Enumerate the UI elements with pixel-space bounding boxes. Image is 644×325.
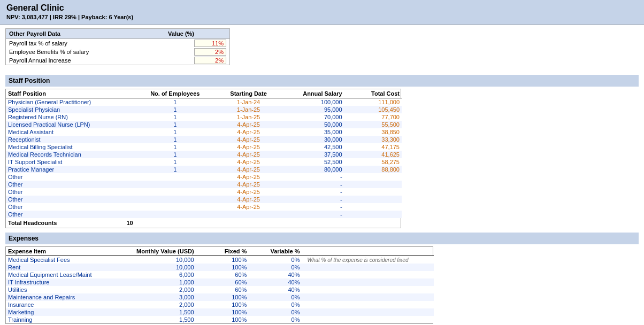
- staff-salary-cell[interactable]: 52,500: [280, 158, 344, 166]
- staff-employees-cell[interactable]: [134, 188, 217, 196]
- staff-salary-cell[interactable]: -: [280, 211, 344, 218]
- expense-variable-cell[interactable]: 0%: [249, 293, 302, 301]
- staff-salary-cell[interactable]: -: [280, 181, 344, 188]
- staff-employees-cell[interactable]: 1: [134, 136, 217, 143]
- expense-monthly-cell[interactable]: 2,000: [112, 286, 196, 293]
- staff-employees-cell[interactable]: 1: [134, 143, 217, 151]
- staff-total-cell[interactable]: 47,175: [344, 143, 402, 151]
- expense-item-cell[interactable]: Utilities: [6, 286, 112, 293]
- expense-variable-cell[interactable]: 0%: [249, 256, 302, 264]
- expense-fixed-cell[interactable]: 100%: [196, 264, 249, 271]
- staff-position-cell[interactable]: Medical Records Technician: [6, 151, 134, 158]
- staff-start-cell[interactable]: 1-Jan-25: [217, 113, 280, 121]
- staff-start-cell[interactable]: 4-Apr-25: [217, 128, 280, 136]
- expense-monthly-cell[interactable]: 3,000: [112, 293, 196, 301]
- staff-total-cell[interactable]: 38,850: [344, 128, 402, 136]
- staff-salary-cell[interactable]: 50,000: [280, 121, 344, 128]
- staff-employees-cell[interactable]: [134, 173, 217, 181]
- staff-employees-cell[interactable]: 1: [134, 151, 217, 158]
- payroll-value-3[interactable]: 2%: [194, 57, 226, 64]
- expense-variable-cell[interactable]: 0%: [249, 301, 302, 308]
- expense-variable-cell[interactable]: 40%: [249, 286, 302, 293]
- staff-salary-cell[interactable]: 37,500: [280, 151, 344, 158]
- expense-item-cell[interactable]: IT Infrastructure: [6, 278, 112, 286]
- staff-total-cell[interactable]: [344, 203, 402, 211]
- expense-item-cell[interactable]: Rent: [6, 264, 112, 271]
- expense-fixed-cell[interactable]: 60%: [196, 271, 249, 278]
- expense-item-cell[interactable]: Marketing: [6, 308, 112, 316]
- staff-total-cell[interactable]: 33,300: [344, 136, 402, 143]
- staff-salary-cell[interactable]: 42,500: [280, 143, 344, 151]
- staff-position-cell[interactable]: Other: [6, 211, 134, 218]
- staff-salary-cell[interactable]: -: [280, 196, 344, 203]
- staff-salary-cell[interactable]: 80,000: [280, 166, 344, 173]
- staff-employees-cell[interactable]: [134, 203, 217, 211]
- staff-total-cell[interactable]: 88,800: [344, 166, 402, 173]
- staff-start-cell[interactable]: 4-Apr-25: [217, 143, 280, 151]
- expense-variable-cell[interactable]: 40%: [249, 278, 302, 286]
- staff-employees-cell[interactable]: [134, 181, 217, 188]
- expense-monthly-cell[interactable]: 1,500: [112, 316, 196, 323]
- staff-start-cell[interactable]: 4-Apr-25: [217, 136, 280, 143]
- expense-fixed-cell[interactable]: 100%: [196, 316, 249, 323]
- staff-start-cell[interactable]: 4-Apr-25: [217, 203, 280, 211]
- staff-total-cell[interactable]: [344, 211, 402, 218]
- staff-total-cell[interactable]: 55,500: [344, 121, 402, 128]
- staff-start-cell[interactable]: 4-Apr-25: [217, 121, 280, 128]
- staff-position-cell[interactable]: Licensed Practical Nurse (LPN): [6, 121, 134, 128]
- staff-salary-cell[interactable]: 35,000: [280, 128, 344, 136]
- staff-total-cell[interactable]: [344, 173, 402, 181]
- expense-monthly-cell[interactable]: 10,000: [112, 264, 196, 271]
- staff-position-cell[interactable]: Physician (General Practitioner): [6, 98, 134, 106]
- expense-variable-cell[interactable]: 0%: [249, 264, 302, 271]
- expense-monthly-cell[interactable]: 1,500: [112, 308, 196, 316]
- expense-item-cell[interactable]: Insurance: [6, 301, 112, 308]
- staff-total-cell[interactable]: [344, 196, 402, 203]
- staff-salary-cell[interactable]: -: [280, 188, 344, 196]
- staff-position-cell[interactable]: Practice Manager: [6, 166, 134, 173]
- staff-employees-cell[interactable]: 1: [134, 158, 217, 166]
- expense-variable-cell[interactable]: 0%: [249, 308, 302, 316]
- staff-total-cell[interactable]: 111,000: [344, 98, 402, 106]
- staff-start-cell[interactable]: [217, 211, 280, 218]
- expense-item-cell[interactable]: Medical Specialist Fees: [6, 256, 112, 264]
- staff-position-cell[interactable]: Other: [6, 173, 134, 181]
- expense-variable-cell[interactable]: 40%: [249, 271, 302, 278]
- staff-start-cell[interactable]: 4-Apr-25: [217, 196, 280, 203]
- expense-fixed-cell[interactable]: 60%: [196, 286, 249, 293]
- staff-salary-cell[interactable]: 95,000: [280, 106, 344, 113]
- expense-fixed-cell[interactable]: 100%: [196, 308, 249, 316]
- staff-total-cell[interactable]: 58,275: [344, 158, 402, 166]
- expense-item-cell[interactable]: Maintenance and Repairs: [6, 293, 112, 301]
- staff-employees-cell[interactable]: [134, 196, 217, 203]
- expense-monthly-cell[interactable]: 6,000: [112, 271, 196, 278]
- expense-monthly-cell[interactable]: 2,000: [112, 301, 196, 308]
- staff-total-cell[interactable]: 41,625: [344, 151, 402, 158]
- staff-employees-cell[interactable]: 1: [134, 106, 217, 113]
- expense-fixed-cell[interactable]: 100%: [196, 256, 249, 264]
- staff-employees-cell[interactable]: 1: [134, 98, 217, 106]
- staff-employees-cell[interactable]: 1: [134, 121, 217, 128]
- staff-position-cell[interactable]: Other: [6, 181, 134, 188]
- staff-start-cell[interactable]: 4-Apr-25: [217, 181, 280, 188]
- payroll-value-2[interactable]: 2%: [194, 48, 226, 56]
- staff-total-cell[interactable]: [344, 188, 402, 196]
- staff-employees-cell[interactable]: [134, 211, 217, 218]
- expense-fixed-cell[interactable]: 100%: [196, 293, 249, 301]
- staff-position-cell[interactable]: Other: [6, 188, 134, 196]
- expense-item-cell[interactable]: Medical Equipment Lease/Maint: [6, 271, 112, 278]
- staff-start-cell[interactable]: 4-Apr-25: [217, 166, 280, 173]
- staff-employees-cell[interactable]: 1: [134, 166, 217, 173]
- staff-start-cell[interactable]: 1-Jan-24: [217, 98, 280, 106]
- staff-start-cell[interactable]: 4-Apr-25: [217, 151, 280, 158]
- staff-position-cell[interactable]: Receptionist: [6, 136, 134, 143]
- staff-salary-cell[interactable]: 30,000: [280, 136, 344, 143]
- staff-employees-cell[interactable]: 1: [134, 113, 217, 121]
- staff-employees-cell[interactable]: 1: [134, 128, 217, 136]
- staff-position-cell[interactable]: Specialist Physician: [6, 106, 134, 113]
- staff-total-cell[interactable]: [344, 181, 402, 188]
- staff-salary-cell[interactable]: 100,000: [280, 98, 344, 106]
- staff-total-cell[interactable]: 77,700: [344, 113, 402, 121]
- staff-position-cell[interactable]: IT Support Specialist: [6, 158, 134, 166]
- staff-position-cell[interactable]: Other: [6, 203, 134, 211]
